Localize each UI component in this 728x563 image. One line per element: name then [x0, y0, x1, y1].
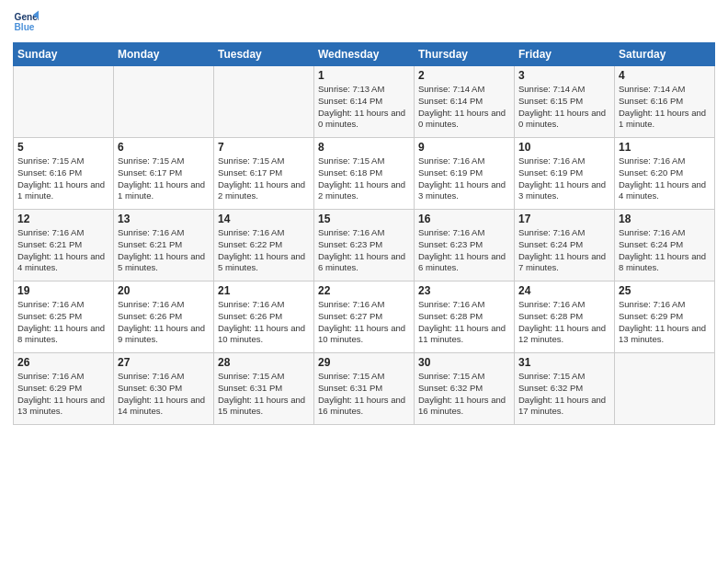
- calendar-day-3: 3Sunrise: 7:14 AM Sunset: 6:15 PM Daylig…: [515, 66, 615, 138]
- day-number: 3: [518, 69, 610, 82]
- day-info: Sunrise: 7:16 AM Sunset: 6:23 PM Dayligh…: [418, 227, 510, 274]
- day-info: Sunrise: 7:15 AM Sunset: 6:31 PM Dayligh…: [318, 371, 410, 418]
- calendar-day-26: 26Sunrise: 7:16 AM Sunset: 6:29 PM Dayli…: [14, 353, 114, 425]
- day-info: Sunrise: 7:16 AM Sunset: 6:28 PM Dayligh…: [418, 299, 510, 346]
- calendar-day-1: 1Sunrise: 7:13 AM Sunset: 6:14 PM Daylig…: [314, 66, 415, 138]
- day-info: Sunrise: 7:16 AM Sunset: 6:19 PM Dayligh…: [418, 155, 510, 202]
- day-number: 10: [518, 141, 610, 154]
- calendar-day-10: 10Sunrise: 7:16 AM Sunset: 6:19 PM Dayli…: [515, 138, 615, 210]
- empty-cell: [14, 66, 114, 138]
- day-number: 7: [218, 141, 310, 154]
- calendar-day-18: 18Sunrise: 7:16 AM Sunset: 6:24 PM Dayli…: [615, 210, 715, 282]
- calendar-day-13: 13Sunrise: 7:16 AM Sunset: 6:21 PM Dayli…: [114, 210, 214, 282]
- day-number: 16: [418, 213, 510, 225]
- day-info: Sunrise: 7:16 AM Sunset: 6:20 PM Dayligh…: [619, 155, 711, 202]
- calendar-day-28: 28Sunrise: 7:15 AM Sunset: 6:31 PM Dayli…: [214, 353, 314, 425]
- day-number: 25: [619, 284, 711, 297]
- empty-cell: [615, 353, 715, 425]
- weekday-header-sunday: Sunday: [14, 43, 114, 66]
- header: General Blue: [13, 9, 715, 35]
- day-info: Sunrise: 7:15 AM Sunset: 6:18 PM Dayligh…: [318, 155, 410, 202]
- day-info: Sunrise: 7:14 AM Sunset: 6:15 PM Dayligh…: [518, 84, 610, 131]
- calendar-day-20: 20Sunrise: 7:16 AM Sunset: 6:26 PM Dayli…: [114, 282, 214, 353]
- calendar-day-22: 22Sunrise: 7:16 AM Sunset: 6:27 PM Dayli…: [314, 282, 415, 353]
- calendar-day-24: 24Sunrise: 7:16 AM Sunset: 6:28 PM Dayli…: [515, 282, 615, 353]
- day-info: Sunrise: 7:16 AM Sunset: 6:19 PM Dayligh…: [518, 155, 610, 202]
- day-number: 26: [17, 356, 109, 369]
- calendar-day-4: 4Sunrise: 7:14 AM Sunset: 6:16 PM Daylig…: [615, 66, 715, 138]
- day-info: Sunrise: 7:15 AM Sunset: 6:32 PM Dayligh…: [518, 371, 610, 418]
- day-info: Sunrise: 7:16 AM Sunset: 6:26 PM Dayligh…: [218, 299, 310, 346]
- calendar-day-2: 2Sunrise: 7:14 AM Sunset: 6:14 PM Daylig…: [415, 66, 515, 138]
- day-number: 11: [619, 141, 711, 154]
- weekday-header-friday: Friday: [515, 43, 615, 66]
- day-info: Sunrise: 7:16 AM Sunset: 6:22 PM Dayligh…: [218, 227, 310, 274]
- day-number: 22: [318, 284, 410, 297]
- day-number: 21: [218, 284, 310, 297]
- calendar-day-9: 9Sunrise: 7:16 AM Sunset: 6:19 PM Daylig…: [415, 138, 515, 210]
- calendar-day-14: 14Sunrise: 7:16 AM Sunset: 6:22 PM Dayli…: [214, 210, 314, 282]
- day-info: Sunrise: 7:16 AM Sunset: 6:29 PM Dayligh…: [17, 371, 109, 418]
- calendar-day-17: 17Sunrise: 7:16 AM Sunset: 6:24 PM Dayli…: [515, 210, 615, 282]
- calendar-day-11: 11Sunrise: 7:16 AM Sunset: 6:20 PM Dayli…: [615, 138, 715, 210]
- day-info: Sunrise: 7:15 AM Sunset: 6:17 PM Dayligh…: [118, 155, 210, 202]
- day-number: 23: [418, 284, 510, 297]
- logo-icon: General Blue: [13, 9, 39, 35]
- page: General Blue SundayMondayTuesdayWednesda…: [0, 0, 728, 563]
- day-number: 24: [518, 284, 610, 297]
- day-number: 13: [118, 213, 210, 225]
- day-info: Sunrise: 7:16 AM Sunset: 6:21 PM Dayligh…: [17, 227, 109, 274]
- calendar-day-31: 31Sunrise: 7:15 AM Sunset: 6:32 PM Dayli…: [515, 353, 615, 425]
- day-info: Sunrise: 7:16 AM Sunset: 6:25 PM Dayligh…: [17, 299, 109, 346]
- day-info: Sunrise: 7:16 AM Sunset: 6:29 PM Dayligh…: [619, 299, 711, 346]
- day-info: Sunrise: 7:14 AM Sunset: 6:14 PM Dayligh…: [418, 84, 510, 131]
- empty-cell: [114, 66, 214, 138]
- calendar-day-21: 21Sunrise: 7:16 AM Sunset: 6:26 PM Dayli…: [214, 282, 314, 353]
- weekday-header-row: SundayMondayTuesdayWednesdayThursdayFrid…: [14, 43, 715, 66]
- day-info: Sunrise: 7:15 AM Sunset: 6:17 PM Dayligh…: [218, 155, 310, 202]
- day-number: 18: [619, 213, 711, 225]
- calendar-day-15: 15Sunrise: 7:16 AM Sunset: 6:23 PM Dayli…: [314, 210, 415, 282]
- logo: General Blue: [13, 9, 40, 35]
- day-number: 6: [118, 141, 210, 154]
- day-number: 28: [218, 356, 310, 369]
- day-number: 19: [17, 284, 109, 297]
- day-number: 4: [619, 69, 711, 82]
- calendar-day-16: 16Sunrise: 7:16 AM Sunset: 6:23 PM Dayli…: [415, 210, 515, 282]
- day-number: 8: [318, 141, 410, 154]
- day-info: Sunrise: 7:15 AM Sunset: 6:16 PM Dayligh…: [17, 155, 109, 202]
- day-number: 5: [17, 141, 109, 154]
- day-number: 9: [418, 141, 510, 154]
- weekday-header-saturday: Saturday: [615, 43, 715, 66]
- calendar-day-12: 12Sunrise: 7:16 AM Sunset: 6:21 PM Dayli…: [14, 210, 114, 282]
- day-number: 1: [318, 69, 410, 82]
- calendar-week-row: 5Sunrise: 7:15 AM Sunset: 6:16 PM Daylig…: [14, 138, 715, 210]
- calendar-day-30: 30Sunrise: 7:15 AM Sunset: 6:32 PM Dayli…: [415, 353, 515, 425]
- day-number: 15: [318, 213, 410, 225]
- calendar-day-7: 7Sunrise: 7:15 AM Sunset: 6:17 PM Daylig…: [214, 138, 314, 210]
- day-number: 30: [418, 356, 510, 369]
- day-info: Sunrise: 7:16 AM Sunset: 6:23 PM Dayligh…: [318, 227, 410, 274]
- calendar-day-25: 25Sunrise: 7:16 AM Sunset: 6:29 PM Dayli…: [615, 282, 715, 353]
- day-info: Sunrise: 7:13 AM Sunset: 6:14 PM Dayligh…: [318, 84, 410, 131]
- day-number: 14: [218, 213, 310, 225]
- day-number: 20: [118, 284, 210, 297]
- empty-cell: [214, 66, 314, 138]
- calendar-week-row: 12Sunrise: 7:16 AM Sunset: 6:21 PM Dayli…: [14, 210, 715, 282]
- day-number: 31: [518, 356, 610, 369]
- calendar-day-23: 23Sunrise: 7:16 AM Sunset: 6:28 PM Dayli…: [415, 282, 515, 353]
- day-info: Sunrise: 7:15 AM Sunset: 6:31 PM Dayligh…: [218, 371, 310, 418]
- weekday-header-tuesday: Tuesday: [214, 43, 314, 66]
- weekday-header-thursday: Thursday: [415, 43, 515, 66]
- day-number: 29: [318, 356, 410, 369]
- calendar-day-6: 6Sunrise: 7:15 AM Sunset: 6:17 PM Daylig…: [114, 138, 214, 210]
- calendar-day-29: 29Sunrise: 7:15 AM Sunset: 6:31 PM Dayli…: [314, 353, 415, 425]
- day-info: Sunrise: 7:16 AM Sunset: 6:28 PM Dayligh…: [518, 299, 610, 346]
- calendar-day-19: 19Sunrise: 7:16 AM Sunset: 6:25 PM Dayli…: [14, 282, 114, 353]
- day-number: 17: [518, 213, 610, 225]
- calendar-week-row: 26Sunrise: 7:16 AM Sunset: 6:29 PM Dayli…: [14, 353, 715, 425]
- calendar-day-27: 27Sunrise: 7:16 AM Sunset: 6:30 PM Dayli…: [114, 353, 214, 425]
- day-info: Sunrise: 7:16 AM Sunset: 6:26 PM Dayligh…: [118, 299, 210, 346]
- day-info: Sunrise: 7:15 AM Sunset: 6:32 PM Dayligh…: [418, 371, 510, 418]
- day-number: 27: [118, 356, 210, 369]
